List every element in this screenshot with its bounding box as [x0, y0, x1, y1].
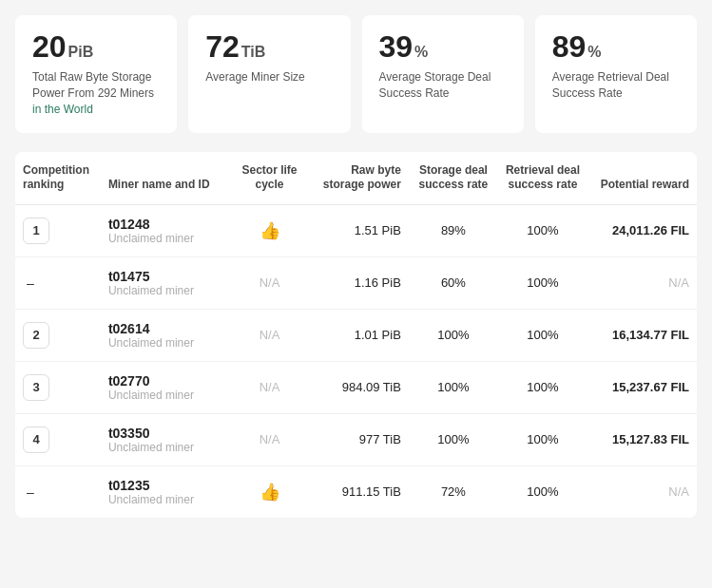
storage-rate-cell: 100% — [409, 413, 498, 465]
stat-card-2: 39% Average Storage Deal Success Rate — [362, 15, 524, 133]
col-ranking: Competition ranking — [15, 152, 101, 205]
miner-id[interactable]: t02770 — [108, 373, 222, 389]
miner-sub: Unclaimed miner — [108, 232, 222, 245]
rank-cell: – — [15, 256, 101, 309]
page-wrapper: 20PiB Total Raw Byte Storage Power From … — [0, 0, 712, 533]
lifecycle-na: N/A — [260, 432, 280, 446]
col-miner: Miner name and ID — [101, 152, 230, 205]
rank-cell: 1 — [15, 204, 101, 256]
retrieval-rate-cell: 100% — [498, 204, 587, 256]
col-rawbyte: Raw byte storage power — [309, 152, 409, 205]
miner-cell: t02614 Unclaimed miner — [101, 309, 230, 361]
miner-sub: Unclaimed miner — [108, 389, 222, 402]
raw-byte-cell: 911.15 TiB — [309, 465, 409, 518]
miner-cell: t01235 Unclaimed miner — [101, 465, 230, 518]
storage-rate-cell: 100% — [409, 309, 498, 361]
miner-cell: t01475 Unclaimed miner — [101, 256, 230, 309]
lifecycle-cell: 👍 — [230, 204, 310, 256]
lifecycle-na: N/A — [260, 275, 280, 290]
miner-sub: Unclaimed miner — [108, 441, 222, 454]
col-retrieval: Retrieval deal success rate — [498, 152, 587, 205]
raw-byte-cell: 977 TiB — [309, 413, 409, 465]
rank-badge: 1 — [23, 218, 49, 244]
miner-id[interactable]: t02614 — [108, 321, 222, 336]
miners-table: Competition ranking Miner name and ID Se… — [15, 152, 697, 518]
retrieval-rate-cell: 100% — [498, 465, 587, 518]
rank-badge: 4 — [23, 427, 49, 453]
table-row: – t01235 Unclaimed miner 👍911.15 TiB72%1… — [15, 465, 697, 518]
table-section: Competition ranking Miner name and ID Se… — [15, 152, 697, 518]
rank-dash: – — [23, 484, 34, 500]
raw-byte-cell: 1.51 PiB — [309, 204, 409, 256]
thumbs-up-icon: 👍 — [238, 220, 302, 241]
stat-value-1: 72TiB — [205, 30, 333, 64]
lifecycle-cell: 👍 — [230, 465, 310, 518]
rank-cell: 4 — [15, 413, 101, 465]
stat-label-2: Average Storage Deal Success Rate — [379, 69, 507, 102]
table-row: 2 t02614 Unclaimed miner N/A1.01 PiB100%… — [15, 309, 697, 361]
miner-cell: t02770 Unclaimed miner — [101, 361, 230, 413]
reward-cell: N/A — [587, 465, 697, 518]
rank-cell: 2 — [15, 309, 101, 361]
raw-byte-cell: 1.01 PiB — [309, 309, 409, 361]
storage-rate-cell: 100% — [409, 361, 498, 413]
miner-cell: t01248 Unclaimed miner — [101, 204, 230, 256]
rank-cell: 3 — [15, 361, 101, 413]
stats-row: 20PiB Total Raw Byte Storage Power From … — [15, 15, 697, 133]
stat-value-0: 20PiB — [32, 30, 160, 64]
reward-cell: 16,134.77 FIL — [587, 309, 697, 361]
miner-cell: t03350 Unclaimed miner — [101, 413, 230, 465]
stat-label-3: Average Retrieval Deal Success Rate — [552, 69, 680, 102]
table-row: 1 t01248 Unclaimed miner 👍1.51 PiB89%100… — [15, 204, 697, 256]
miner-id[interactable]: t01475 — [108, 269, 222, 284]
stat-value-3: 89% — [552, 30, 680, 64]
stat-card-0: 20PiB Total Raw Byte Storage Power From … — [15, 15, 177, 133]
rank-badge: 2 — [23, 322, 49, 349]
miner-id[interactable]: t03350 — [108, 426, 222, 441]
lifecycle-cell: N/A — [230, 413, 310, 465]
retrieval-rate-cell: 100% — [498, 413, 587, 465]
rank-badge: 3 — [23, 374, 49, 401]
col-storage: Storage deal success rate — [409, 152, 498, 205]
miner-sub: Unclaimed miner — [108, 284, 222, 297]
stat-value-2: 39% — [379, 30, 507, 64]
miner-sub: Unclaimed miner — [108, 493, 222, 506]
miner-id[interactable]: t01248 — [108, 217, 222, 232]
retrieval-rate-cell: 100% — [498, 256, 587, 309]
table-row: 4 t03350 Unclaimed miner N/A977 TiB100%1… — [15, 413, 697, 465]
lifecycle-na: N/A — [260, 328, 280, 342]
col-reward: Potential reward — [587, 152, 697, 205]
miner-sub: Unclaimed miner — [108, 336, 222, 350]
rank-dash: – — [23, 275, 34, 291]
table-row: 3 t02770 Unclaimed miner N/A984.09 TiB10… — [15, 361, 697, 413]
lifecycle-cell: N/A — [230, 309, 310, 361]
reward-cell: N/A — [587, 256, 697, 309]
lifecycle-na: N/A — [260, 380, 280, 394]
raw-byte-cell: 984.09 TiB — [309, 361, 409, 413]
stat-card-3: 89% Average Retrieval Deal Success Rate — [535, 15, 697, 133]
retrieval-rate-cell: 100% — [498, 361, 587, 413]
storage-rate-cell: 72% — [409, 465, 498, 518]
stat-card-1: 72TiB Average Miner Size — [188, 15, 350, 133]
reward-cell: 15,237.67 FIL — [587, 361, 697, 413]
stat-label-0: Total Raw Byte Storage Power From 292 Mi… — [32, 69, 160, 117]
table-row: – t01475 Unclaimed miner N/A1.16 PiB60%1… — [15, 256, 697, 309]
thumbs-up-icon: 👍 — [238, 482, 302, 503]
reward-cell: 15,127.83 FIL — [587, 413, 697, 465]
raw-byte-cell: 1.16 PiB — [309, 256, 409, 309]
stat-label-1: Average Miner Size — [205, 69, 333, 85]
retrieval-rate-cell: 100% — [498, 309, 587, 361]
lifecycle-cell: N/A — [230, 361, 310, 413]
miner-id[interactable]: t01235 — [108, 478, 222, 493]
col-lifecycle: Sector life cycle — [230, 152, 310, 205]
rank-cell: – — [15, 465, 101, 518]
storage-rate-cell: 60% — [409, 256, 498, 309]
reward-cell: 24,011.26 FIL — [587, 204, 697, 256]
storage-rate-cell: 89% — [409, 204, 498, 256]
lifecycle-cell: N/A — [230, 256, 310, 309]
